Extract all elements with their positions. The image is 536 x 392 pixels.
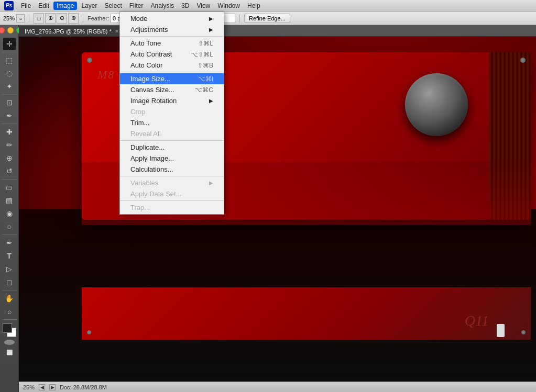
screen-mode-tool[interactable]: ⬜ [3,346,16,359]
menu-item-duplicate-label: Duplicate... [130,143,165,151]
device-knob [405,73,468,136]
tool-divider-1 [2,52,17,52]
separator-after-dataset [120,200,224,201]
menu-item-apply-dataset-label: Apply Data Set... [130,190,182,198]
hand-tool[interactable]: ✋ [3,292,16,305]
menu-view[interactable]: View [193,2,213,10]
menu-image[interactable]: Image [53,2,77,10]
quick-mask-tool[interactable] [4,340,15,345]
pen-tool[interactable]: ✒ [3,237,16,249]
menu-item-calculations-label: Calculations... [130,165,173,173]
history-brush-tool[interactable]: ↺ [3,165,16,177]
type-tool[interactable]: T [3,250,16,262]
app-area: ⬚ ◌ ✦ ⊡ ✒ ✚ ✏ ⊕ ↺ ▭ ▤ ◉ ○ ✒ T ▷ ◻ ✋ ⌕ ⬜ [0,25,536,392]
menu-item-crop: Crop [120,106,224,117]
eyedropper-tool[interactable]: ✒ [3,109,16,122]
close-button[interactable] [0,27,5,33]
menu-bar: File Edit Image Layer Select Filter Anal… [18,2,264,10]
status-arrow-left[interactable]: ◀ [39,384,45,390]
menu-item-apply-image[interactable]: Apply Image... [120,153,224,164]
menu-item-image-rotation[interactable]: Image Rotation ▶ [120,95,224,106]
document-tab[interactable]: IMG_2766.JPG @ 25% (RGB/8) * ✕ [19,26,125,36]
menu-shortcut-auto-color: ⇧⌘B [198,62,213,69]
toolbox: ⬚ ◌ ✦ ⊡ ✒ ✚ ✏ ⊕ ↺ ▭ ▤ ◉ ○ ✒ T ▷ ◻ ✋ ⌕ ⬜ [0,25,19,392]
menu-item-auto-color[interactable]: Auto Color ⇧⌘B [120,60,224,71]
menu-item-calculations[interactable]: Calculations... [120,164,224,175]
eraser-tool[interactable]: ▭ [3,181,16,194]
menu-analysis[interactable]: Analysis [147,2,177,10]
menu-item-canvas-size-label: Canvas Size... [130,86,174,94]
tool-divider-5 [2,234,17,235]
menu-item-variables-label: Variables [130,179,158,187]
menu-item-crop-label: Crop [130,108,145,116]
separator-2 [83,14,83,23]
menu-item-auto-tone[interactable]: Auto Tone ⇧⌘L [120,38,224,49]
options-toolbar: 25% ⌕ □ ⊕ ⊖ ⊗ Feather: Width: Height: Re… [0,12,536,25]
shape-tool[interactable]: ◻ [3,276,16,288]
screw-bl [87,330,91,334]
path-select-tool[interactable]: ▷ [3,263,16,275]
menu-item-trim[interactable]: Trim... [120,117,224,128]
zoom-tool[interactable]: ⌕ [3,305,16,318]
separator-after-auto [120,72,224,72]
menu-window[interactable]: Window [214,2,243,10]
menu-arrow-mode: ▶ [209,16,213,21]
menu-item-reveal-all: Reveal All [120,128,224,139]
screw-tl [87,58,92,63]
status-bar: 25% ◀ ▶ Doc: 28.8M/28.8M [19,382,536,392]
tool-divider-2 [2,94,17,95]
menu-item-trim-label: Trim... [130,119,149,127]
menu-filter[interactable]: Filter [126,2,147,10]
menu-item-image-rotation-label: Image Rotation [130,97,177,105]
menu-item-auto-contrast-label: Auto Contrast [130,50,172,58]
lasso-tool[interactable]: ◌ [3,67,16,80]
gradient-tool[interactable]: ▤ [3,194,16,207]
zoom-icon[interactable]: ⌕ [16,14,25,23]
close-tab-icon[interactable]: ✕ [115,28,119,34]
menu-item-image-size-label: Image Size... [130,75,170,83]
crop-tool[interactable]: ⊡ [3,96,16,109]
menu-item-adjustments[interactable]: Adjustments ▶ [120,24,224,35]
menu-item-trap-label: Trap... [130,204,150,211]
separator-after-reveal [120,140,224,141]
refine-edge-button[interactable]: Refine Edge... [244,14,290,23]
color-swatches[interactable] [3,323,16,337]
device-q11-label: Q11 [465,312,489,329]
menu-help[interactable]: Help [244,2,264,10]
menu-item-reveal-all-label: Reveal All [130,130,161,138]
separator-after-adjustments [120,36,224,37]
separator-4 [239,14,240,23]
blur-tool[interactable]: ◉ [3,207,16,220]
tool-divider-4 [2,179,17,180]
add-selection-btn[interactable]: ⊕ [45,13,56,24]
menu-item-image-size[interactable]: Image Size... ⌥⌘I [120,73,224,84]
foreground-color-swatch[interactable] [3,323,12,333]
separator-1 [29,14,29,23]
spot-heal-tool[interactable]: ✚ [3,126,16,138]
move-tool[interactable] [3,38,16,50]
menu-item-duplicate[interactable]: Duplicate... [120,142,224,153]
minimize-button[interactable] [7,27,14,33]
tool-divider-7 [2,319,17,320]
menu-shortcut-auto-contrast: ⌥⇧⌘L [191,51,213,58]
marquee-tool[interactable]: ⬚ [3,54,16,66]
intersect-selection-btn[interactable]: ⊗ [68,13,79,24]
menu-select[interactable]: Select [101,2,125,10]
document-tab-title: IMG_2766.JPG @ 25% (RGB/8) * [25,28,112,35]
new-selection-btn[interactable]: □ [34,13,44,24]
menu-item-mode-label: Mode [130,15,148,23]
menu-file[interactable]: File [18,2,34,10]
brush-tool[interactable]: ✏ [3,139,16,151]
menu-layer[interactable]: Layer [78,2,100,10]
menu-3d[interactable]: 3D [178,2,192,10]
menu-arrow-image-rotation: ▶ [209,98,213,104]
status-arrow-right[interactable]: ▶ [49,384,56,390]
menu-item-auto-contrast[interactable]: Auto Contrast ⌥⇧⌘L [120,49,224,60]
menu-item-mode[interactable]: Mode ▶ [120,13,224,24]
menu-edit[interactable]: Edit [35,2,52,10]
quick-select-tool[interactable]: ✦ [3,80,16,93]
subtract-selection-btn[interactable]: ⊖ [57,13,67,24]
menu-item-canvas-size[interactable]: Canvas Size... ⌥⌘C [120,84,224,95]
clone-stamp-tool[interactable]: ⊕ [3,152,16,164]
dodge-tool[interactable]: ○ [3,220,16,233]
